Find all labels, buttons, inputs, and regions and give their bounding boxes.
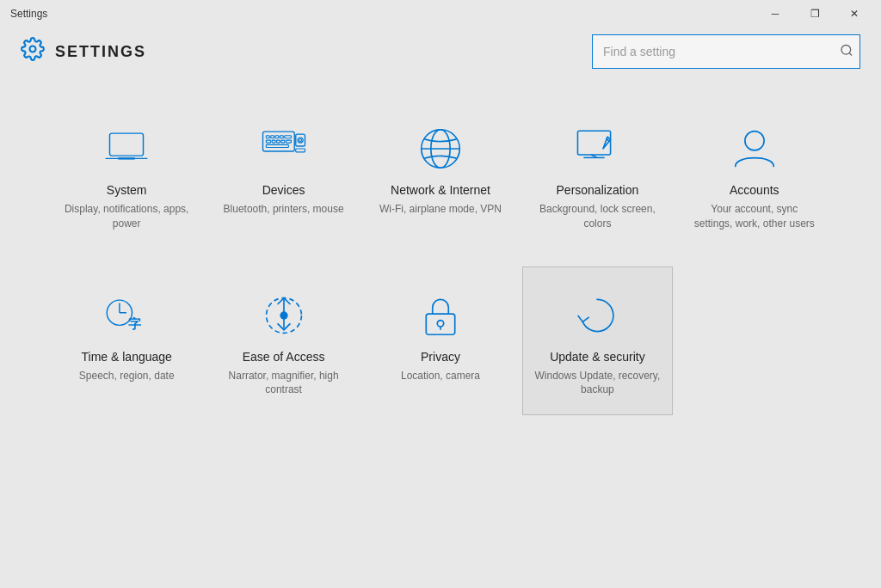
svg-rect-6: [262, 132, 294, 151]
time-language-name: Time & language: [82, 350, 172, 364]
svg-point-0: [30, 46, 36, 52]
svg-point-1: [841, 46, 851, 55]
svg-point-29: [745, 132, 764, 150]
settings-item-personalization[interactable]: Personalization Background, lock screen,…: [522, 100, 672, 249]
page-title: SETTINGS: [55, 43, 146, 61]
svg-rect-7: [266, 136, 269, 138]
clock-language-icon: 字: [102, 291, 151, 340]
settings-item-system[interactable]: System Display, notifications, apps, pow…: [52, 100, 201, 249]
settings-item-privacy[interactable]: Privacy Location, camera: [366, 266, 515, 416]
person-icon: [730, 125, 779, 173]
personalization-desc: Background, lock screen, colors: [533, 202, 661, 231]
svg-rect-3: [110, 133, 144, 156]
svg-rect-18: [295, 134, 305, 146]
settings-item-update-security[interactable]: Update & security Windows Update, recove…: [522, 266, 672, 416]
search-button[interactable]: [840, 44, 853, 60]
update-security-name: Update & security: [550, 350, 645, 364]
time-language-desc: Speech, region, date: [79, 369, 175, 383]
svg-line-2: [849, 53, 852, 56]
ease-access-icon: [260, 291, 308, 340]
network-name: Network & Internet: [391, 183, 490, 197]
laptop-icon: [102, 125, 151, 173]
close-button[interactable]: ✕: [835, 0, 874, 28]
restore-button[interactable]: ❐: [795, 0, 835, 28]
personalization-name: Personalization: [557, 183, 639, 197]
svg-rect-11: [284, 136, 291, 138]
search-box: [592, 34, 860, 69]
titlebar-controls: ─ ❐ ✕: [755, 0, 874, 28]
header: SETTINGS: [0, 28, 881, 83]
titlebar-title: Settings: [10, 8, 47, 20]
ease-of-access-desc: Narrator, magnifier, high contrast: [219, 369, 347, 398]
svg-point-19: [298, 138, 303, 143]
settings-item-network[interactable]: Network & Internet Wi-Fi, airplane mode,…: [366, 100, 515, 249]
devices-desc: Bluetooth, printers, mouse: [224, 202, 344, 217]
svg-rect-13: [272, 140, 275, 143]
svg-rect-9: [275, 136, 279, 138]
minimize-button[interactable]: ─: [755, 0, 795, 28]
svg-rect-15: [281, 140, 285, 143]
svg-rect-21: [295, 149, 305, 152]
globe-icon: [416, 125, 465, 173]
privacy-desc: Location, camera: [401, 369, 480, 383]
svg-rect-10: [280, 136, 283, 138]
search-input[interactable]: [592, 34, 860, 69]
settings-item-time-language[interactable]: 字 Time & language Speech, region, date: [52, 266, 201, 416]
svg-point-20: [299, 139, 301, 142]
refresh-shield-icon: [573, 291, 621, 340]
svg-text:字: 字: [128, 315, 142, 330]
update-security-desc: Windows Update, recovery, backup: [533, 369, 661, 398]
settings-row-2: 字 Time & language Speech, region, date: [52, 266, 829, 416]
settings-item-devices[interactable]: Devices Bluetooth, printers, mouse: [208, 100, 358, 249]
monitor-pencil-icon: [573, 125, 621, 173]
lock-icon: [416, 291, 465, 340]
keyboard-mouse-icon: [260, 125, 308, 173]
settings-gear-icon: [21, 37, 45, 66]
system-name: System: [107, 183, 147, 197]
accounts-name: Accounts: [730, 183, 779, 197]
svg-rect-16: [286, 140, 291, 143]
svg-rect-12: [266, 140, 270, 143]
ease-of-access-name: Ease of Access: [243, 350, 325, 364]
system-desc: Display, notifications, apps, power: [63, 202, 190, 231]
header-left: SETTINGS: [21, 37, 146, 66]
privacy-name: Privacy: [421, 350, 460, 364]
settings-row-1: System Display, notifications, apps, pow…: [52, 100, 829, 249]
main-content: System Display, notifications, apps, pow…: [0, 83, 881, 588]
settings-item-ease-of-access[interactable]: Ease of Access Narrator, magnifier, high…: [208, 266, 358, 416]
settings-item-accounts[interactable]: Accounts Your account, sync settings, wo…: [680, 100, 829, 249]
svg-point-39: [437, 320, 443, 326]
svg-rect-38: [426, 314, 454, 334]
svg-rect-8: [270, 136, 274, 138]
svg-rect-17: [266, 144, 288, 147]
network-desc: Wi-Fi, airplane mode, VPN: [379, 202, 502, 217]
accounts-desc: Your account, sync settings, work, other…: [691, 202, 818, 231]
devices-name: Devices: [262, 183, 305, 197]
svg-rect-14: [276, 140, 280, 143]
titlebar: Settings ─ ❐ ✕: [0, 0, 881, 28]
